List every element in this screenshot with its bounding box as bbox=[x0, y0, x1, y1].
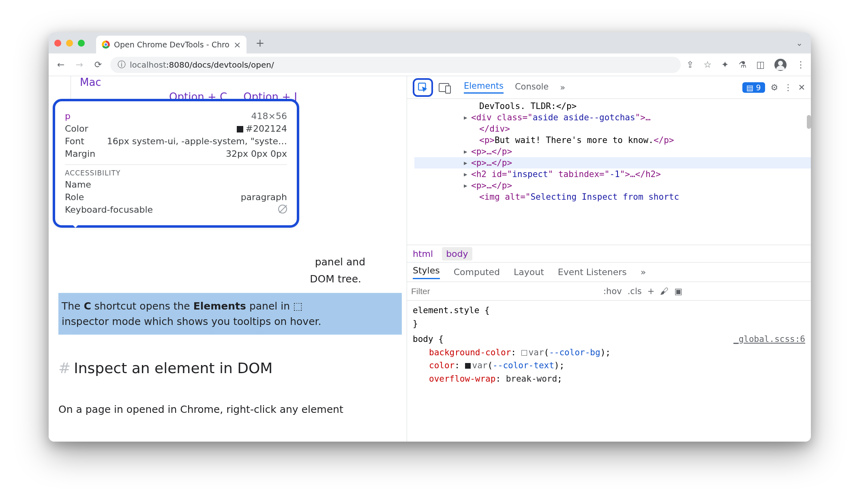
minimize-window-button[interactable] bbox=[66, 40, 73, 47]
os-label: Mac bbox=[80, 76, 402, 88]
forward-button[interactable]: → bbox=[73, 60, 86, 70]
tooltip-kf-label: Keyboard-focusable bbox=[65, 205, 153, 215]
dom-tree[interactable]: DevTools. TLDR:</p> ▶<div class="aside a… bbox=[407, 99, 811, 245]
hl-text-2: inspector mode which shows you tooltips … bbox=[62, 316, 321, 327]
device-toggle-button[interactable] bbox=[439, 83, 449, 92]
paint-icon[interactable]: 🖌 bbox=[660, 286, 669, 296]
close-devtools-icon[interactable]: ✕ bbox=[798, 83, 805, 92]
tooltip-role-label: Role bbox=[65, 192, 84, 202]
labs-icon[interactable]: ⚗ bbox=[738, 60, 746, 70]
inspect-element-button[interactable] bbox=[413, 78, 433, 97]
hl-key: C bbox=[84, 300, 91, 312]
element-style-close: } bbox=[413, 317, 805, 331]
hash-icon[interactable]: # bbox=[58, 360, 71, 376]
tooltip-tag: p bbox=[65, 111, 71, 121]
text-fragment-1: panel and bbox=[315, 256, 365, 268]
tabstrip: Open Chrome DevTools - Chro × + ⌄ bbox=[49, 32, 811, 53]
chrome-icon bbox=[102, 41, 110, 49]
tab-event-listeners[interactable]: Event Listeners bbox=[558, 267, 627, 277]
css-prop[interactable]: color bbox=[429, 361, 455, 370]
hov-toggle[interactable]: :hov bbox=[603, 286, 622, 296]
tooltip-a11y-header: ACCESSIBILITY bbox=[65, 164, 287, 177]
settings-icon[interactable]: ⚙ bbox=[771, 83, 778, 92]
tabs-dropdown-icon[interactable]: ⌄ bbox=[796, 38, 805, 48]
section-heading: #Inspect an element in DOM bbox=[58, 357, 402, 379]
rule-source-link[interactable]: _global.scss:6 bbox=[733, 333, 805, 346]
rule-selector: body { bbox=[413, 334, 444, 344]
extensions-icon[interactable]: ✦ bbox=[721, 60, 729, 70]
dom-line[interactable]: ▶<p>…</p> bbox=[414, 180, 811, 191]
tooltip-font-label: Font bbox=[65, 136, 84, 146]
dom-line[interactable]: ▶<div class="aside aside--gotchas">… bbox=[414, 112, 811, 123]
tab-elements[interactable]: Elements bbox=[464, 81, 504, 94]
hl-text: panel in bbox=[246, 300, 293, 312]
page-content: Mac Option + C Option + J p418×56 Color#… bbox=[49, 76, 407, 442]
toolbar: ← → ⟳ ⓘ localhost:8080/docs/devtools/ope… bbox=[49, 53, 811, 76]
maximize-window-button[interactable] bbox=[78, 40, 85, 47]
inspect-inline-icon: ⬚ bbox=[293, 300, 303, 312]
tooltip-name-label: Name bbox=[65, 179, 91, 190]
omnibox[interactable]: ⓘ localhost:8080/docs/devtools/open/ bbox=[110, 57, 681, 73]
hl-text: The bbox=[62, 300, 84, 312]
not-focusable-icon bbox=[278, 205, 287, 214]
dom-line-selected[interactable]: ▶<p>…</p> bbox=[414, 157, 811, 169]
share-icon[interactable]: ⇪ bbox=[686, 60, 694, 70]
close-tab-icon[interactable]: × bbox=[234, 40, 241, 50]
hl-text: shortcut opens the bbox=[91, 300, 193, 312]
tab-layout[interactable]: Layout bbox=[514, 267, 544, 277]
browser-tab[interactable]: Open Chrome DevTools - Chro × bbox=[96, 36, 247, 53]
css-prop[interactable]: background-color bbox=[429, 348, 511, 357]
back-button[interactable]: ← bbox=[54, 60, 67, 70]
tooltip-font-value: 16px system-ui, -apple-system, "syste… bbox=[107, 136, 287, 146]
new-rule-icon[interactable]: + bbox=[647, 286, 655, 296]
url-text: localhost:8080/docs/devtools/open/ bbox=[130, 60, 274, 70]
styles-body[interactable]: element.style { } body {_global.scss:6 b… bbox=[407, 301, 811, 389]
issues-chip[interactable]: ▤9 bbox=[742, 82, 765, 93]
browser-window: Open Chrome DevTools - Chro × + ⌄ ← → ⟳ … bbox=[49, 32, 811, 442]
chat-icon: ▤ bbox=[746, 83, 754, 92]
tooltip-color-value: #202124 bbox=[237, 124, 287, 134]
page-body: panel and DOM tree. The C shortcut opens… bbox=[58, 254, 402, 417]
color-swatch-icon[interactable] bbox=[465, 363, 471, 369]
dom-line[interactable]: ▶<h2 id="inspect" tabindex="-1">…</h2> bbox=[414, 169, 811, 180]
dom-line[interactable]: <p>But wait! There's more to know.</p> bbox=[414, 135, 811, 146]
css-prop[interactable]: overflow-wrap bbox=[429, 374, 495, 384]
tooltip-pointer bbox=[71, 223, 80, 233]
close-window-button[interactable] bbox=[54, 40, 61, 47]
reload-button[interactable]: ⟳ bbox=[92, 60, 105, 70]
new-tab-button[interactable]: + bbox=[255, 37, 264, 49]
crumb-html[interactable]: html bbox=[413, 249, 433, 259]
sidepanel-icon[interactable]: ◫ bbox=[756, 60, 765, 70]
site-info-icon[interactable]: ⓘ bbox=[118, 59, 126, 70]
tooltip-dimensions: 418×56 bbox=[251, 111, 287, 121]
css-var-link[interactable]: --color-text bbox=[493, 361, 554, 370]
computed-toggle-icon[interactable]: ▣ bbox=[674, 286, 682, 296]
dom-line[interactable]: <img alt="Selecting Inspect from shortc bbox=[414, 191, 811, 203]
tooltip-margin-value: 32px 0px 0px bbox=[226, 149, 287, 159]
text-fragment-2: DOM tree. bbox=[310, 273, 361, 285]
tooltip-margin-label: Margin bbox=[65, 149, 95, 159]
window-controls bbox=[54, 40, 85, 47]
dom-line[interactable]: DevTools. TLDR:</p> bbox=[414, 100, 811, 112]
dom-line[interactable]: </div> bbox=[414, 123, 811, 135]
profile-avatar[interactable] bbox=[774, 59, 787, 71]
kebab-menu-icon[interactable]: ⋮ bbox=[796, 60, 805, 70]
tab-title: Open Chrome DevTools - Chro bbox=[114, 40, 229, 49]
tab-computed[interactable]: Computed bbox=[454, 267, 500, 277]
bookmark-icon[interactable]: ☆ bbox=[703, 60, 712, 70]
filter-input[interactable] bbox=[411, 286, 598, 296]
dom-line[interactable]: ▶<p>…</p> bbox=[414, 146, 811, 157]
color-swatch-icon bbox=[237, 126, 243, 132]
highlighted-paragraph: The C shortcut opens the Elements panel … bbox=[58, 293, 402, 335]
cls-toggle[interactable]: .cls bbox=[628, 286, 642, 296]
css-var-link[interactable]: --color-bg bbox=[549, 348, 600, 357]
devtools-toolbar: Elements Console » ▤9 ⚙ ⋮ ✕ bbox=[407, 76, 811, 99]
more-styles-tabs-icon[interactable]: » bbox=[641, 267, 646, 277]
crumb-body[interactable]: body bbox=[442, 247, 472, 261]
tab-console[interactable]: Console bbox=[515, 82, 549, 93]
css-val[interactable]: break-word bbox=[506, 374, 557, 384]
tab-styles[interactable]: Styles bbox=[413, 265, 440, 279]
more-menu-icon[interactable]: ⋮ bbox=[784, 83, 792, 92]
more-tabs-icon[interactable]: » bbox=[560, 83, 565, 92]
color-swatch-icon[interactable] bbox=[521, 350, 527, 356]
